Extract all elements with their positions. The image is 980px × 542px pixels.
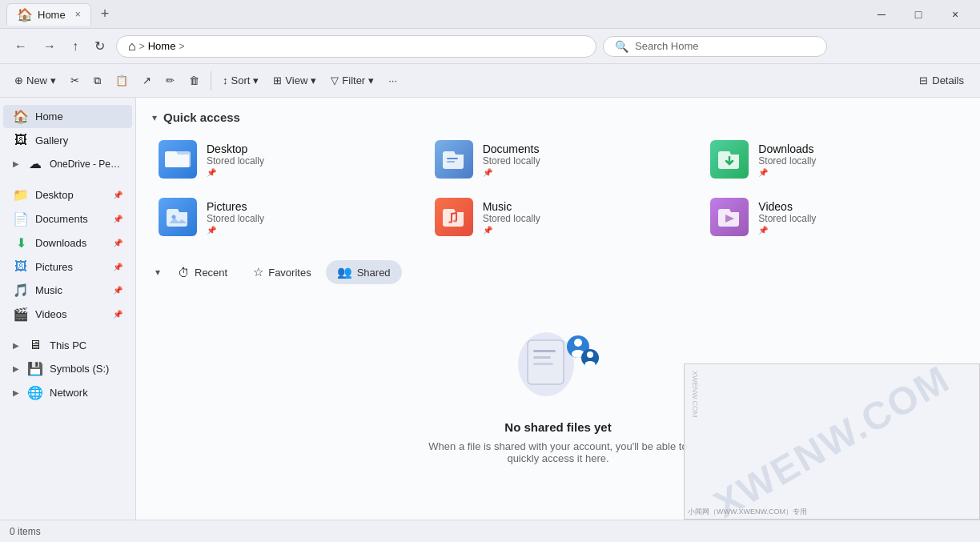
svg-point-18 bbox=[585, 361, 596, 367]
this-pc-icon: 🖥 bbox=[27, 338, 43, 352]
favorites-tab[interactable]: ☆ Favorites bbox=[242, 260, 322, 284]
quick-item-downloads[interactable]: Downloads Stored locally 📌 bbox=[704, 135, 964, 183]
videos-name: Videos bbox=[758, 200, 816, 213]
downloads-name: Downloads bbox=[758, 143, 816, 155]
active-tab[interactable]: 🏠 Home × bbox=[6, 3, 91, 26]
forward-button[interactable]: → bbox=[38, 36, 61, 57]
quick-access-toggle[interactable]: ▾ bbox=[152, 112, 157, 123]
sidebar-item-music-label: Music bbox=[35, 284, 62, 296]
sidebar-item-videos[interactable]: 🎬 Videos 📌 bbox=[3, 303, 132, 326]
delete-button[interactable]: 🗑 bbox=[183, 70, 206, 90]
svg-rect-11 bbox=[533, 356, 551, 359]
recent-icon: ⏱ bbox=[178, 266, 190, 279]
view-label: View bbox=[285, 74, 307, 86]
section-tabs: ▾ ⏱ Recent ☆ Favorites 👥 Shared bbox=[152, 260, 964, 284]
quick-access-title: Quick access bbox=[163, 110, 240, 124]
recent-tab[interactable]: ⏱ Recent bbox=[167, 261, 239, 284]
sidebar-item-downloads[interactable]: ⬇ Downloads 📌 bbox=[3, 231, 132, 255]
breadcrumb[interactable]: ⌂ > Home > bbox=[116, 35, 596, 58]
home-icon: ⌂ bbox=[128, 39, 136, 54]
quick-item-music[interactable]: Music Stored locally 📌 bbox=[428, 193, 689, 241]
maximize-button[interactable]: □ bbox=[900, 0, 937, 29]
sidebar-item-desktop[interactable]: 📁 Desktop 📌 bbox=[3, 183, 132, 207]
videos-item-info: Videos Stored locally 📌 bbox=[758, 200, 816, 235]
new-tab-button[interactable]: + bbox=[94, 6, 116, 22]
shared-label: Shared bbox=[357, 267, 391, 279]
sidebar-item-this-pc[interactable]: ▶ 🖥 This PC bbox=[3, 334, 132, 356]
sidebar-item-network[interactable]: ▶ 🌐 Network bbox=[3, 381, 132, 404]
favorites-icon: ☆ bbox=[253, 265, 263, 279]
sidebar-item-this-pc-label: This PC bbox=[50, 339, 86, 351]
new-label: New bbox=[26, 74, 47, 86]
sidebar-item-music[interactable]: 🎵 Music 📌 bbox=[3, 279, 132, 302]
sidebar-item-desktop-label: Desktop bbox=[35, 189, 74, 201]
sidebar-item-pictures-label: Pictures bbox=[35, 261, 73, 273]
sidebar-item-symbols[interactable]: ▶ 💾 Symbols (S:) bbox=[3, 357, 132, 380]
quick-item-videos[interactable]: Videos Stored locally 📌 bbox=[704, 193, 964, 241]
view-icon: ⊞ bbox=[273, 74, 282, 86]
filter-label: Filter bbox=[342, 74, 365, 86]
svg-point-17 bbox=[587, 351, 593, 358]
back-button[interactable]: ← bbox=[10, 36, 32, 57]
sort-button[interactable]: ↕ Sort ▾ bbox=[216, 70, 265, 90]
more-button[interactable]: ··· bbox=[382, 70, 404, 90]
documents-folder-icon: 📄 bbox=[13, 211, 29, 227]
up-button[interactable]: ↑ bbox=[67, 36, 83, 57]
details-label: Details bbox=[932, 74, 964, 86]
copy-button[interactable]: ⧉ bbox=[87, 70, 107, 91]
videos-pin: 📌 bbox=[758, 226, 816, 235]
paste-button[interactable]: 📋 bbox=[109, 70, 135, 90]
tab-close-btn[interactable]: × bbox=[75, 9, 81, 20]
sidebar-item-onedrive[interactable]: ▶ ☁ OneDrive - Persc bbox=[3, 152, 132, 175]
downloads-folder-icon bbox=[710, 140, 749, 179]
search-bar[interactable]: 🔍 Search Home bbox=[603, 36, 827, 57]
address-bar: ← → ↑ ↻ ⌂ > Home > 🔍 Search Home bbox=[0, 29, 980, 64]
svg-point-14 bbox=[574, 339, 582, 347]
downloads-pin-icon: 📌 bbox=[113, 239, 122, 247]
close-button[interactable]: × bbox=[937, 0, 974, 29]
filter-button[interactable]: ▽ Filter ▾ bbox=[324, 70, 380, 90]
documents-name: Documents bbox=[483, 143, 540, 155]
new-button[interactable]: ⊕ New ▾ bbox=[8, 70, 62, 90]
desktop-sub: Stored locally bbox=[207, 155, 264, 167]
sidebar-item-home[interactable]: 🏠 Home bbox=[3, 105, 132, 128]
sidebar-item-pictures[interactable]: 🖼 Pictures 📌 bbox=[3, 255, 132, 278]
quick-access-grid: Desktop Stored locally 📌 Documents Store… bbox=[152, 135, 964, 241]
refresh-button[interactable]: ↻ bbox=[90, 35, 110, 57]
music-sub: Stored locally bbox=[483, 213, 540, 224]
quick-item-desktop[interactable]: Desktop Stored locally 📌 bbox=[152, 135, 412, 183]
downloads-folder-icon: ⬇ bbox=[13, 235, 29, 251]
details-button[interactable]: ⊟ Details bbox=[911, 70, 972, 90]
status-bar: 0 items bbox=[0, 520, 980, 542]
watermark-label1: 小闻网（WWW.XWENW.COM）专用 bbox=[688, 507, 807, 517]
sidebar-item-downloads-label: Downloads bbox=[35, 237, 86, 249]
empty-title: No shared files yet bbox=[504, 420, 611, 434]
quick-item-pictures[interactable]: Pictures Stored locally 📌 bbox=[152, 193, 412, 241]
watermark-text: XWENW.COM bbox=[706, 363, 957, 520]
share-button[interactable]: ↗ bbox=[136, 70, 158, 90]
music-folder-icon bbox=[435, 198, 473, 236]
rename-button[interactable]: ✏ bbox=[159, 70, 181, 90]
pictures-item-info: Pictures Stored locally 📌 bbox=[207, 200, 264, 235]
tab-title: Home bbox=[38, 9, 66, 21]
videos-sub: Stored locally bbox=[758, 213, 816, 224]
cut-button[interactable]: ✂ bbox=[64, 70, 86, 90]
view-button[interactable]: ⊞ View ▾ bbox=[267, 70, 323, 90]
documents-item-info: Documents Stored locally 📌 bbox=[483, 143, 540, 177]
desktop-pin-icon: 📌 bbox=[113, 191, 122, 199]
minimize-button[interactable]: ─ bbox=[863, 0, 900, 29]
section-tabs-toggle[interactable]: ▾ bbox=[152, 263, 163, 281]
sidebar-item-gallery[interactable]: 🖼 Gallery bbox=[3, 129, 132, 151]
sort-icon: ↕ bbox=[223, 74, 228, 86]
sidebar-item-documents-label: Documents bbox=[35, 213, 88, 225]
breadcrumb-sep1: > bbox=[139, 41, 145, 52]
empty-illustration bbox=[510, 316, 606, 408]
sidebar: 🏠 Home 🖼 Gallery ▶ ☁ OneDrive - Persc 📁 … bbox=[0, 98, 136, 520]
svg-rect-2 bbox=[447, 158, 458, 159]
sidebar-item-documents[interactable]: 📄 Documents 📌 bbox=[3, 207, 132, 231]
quick-item-documents[interactable]: Documents Stored locally 📌 bbox=[428, 135, 689, 183]
desktop-name: Desktop bbox=[207, 143, 264, 155]
sidebar-item-gallery-label: Gallery bbox=[35, 134, 68, 147]
shared-icon: 👥 bbox=[337, 265, 352, 279]
shared-tab[interactable]: 👥 Shared bbox=[326, 260, 402, 284]
